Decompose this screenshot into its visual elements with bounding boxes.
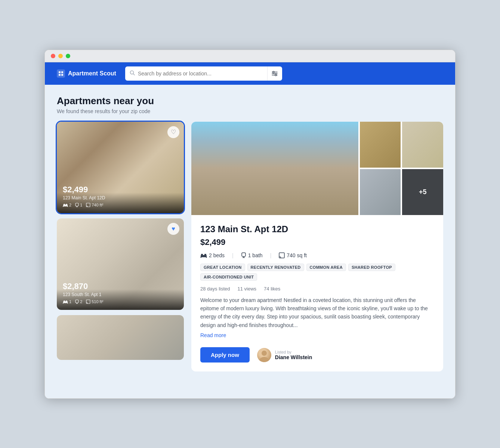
card-baths-2: 2	[75, 299, 82, 304]
card-overlay-1: $2,499 123 Main St. Apt 12D 2 1	[57, 179, 184, 213]
detail-baths: 1 bath	[241, 252, 263, 258]
svg-rect-38	[242, 253, 246, 256]
svg-rect-23	[64, 301, 65, 302]
svg-line-5	[133, 74, 135, 75]
svg-point-10	[275, 74, 277, 76]
svg-rect-1	[61, 71, 63, 73]
svg-rect-27	[75, 300, 78, 303]
action-row: Apply now Listed b	[200, 346, 434, 363]
detail-price: $2,499	[200, 237, 434, 247]
tag-2: COMMON AREA	[306, 264, 346, 271]
agent-name: Diane Willstein	[275, 354, 312, 360]
photo-gallery: +5	[191, 122, 443, 215]
logo-text: Apartment Scout	[68, 70, 116, 77]
like-count: 74 likes	[264, 286, 280, 292]
card-address-1: 123 Main St. Apt 12D	[63, 195, 178, 200]
svg-rect-24	[66, 301, 67, 302]
svg-point-9	[273, 71, 274, 73]
gallery-thumb-2[interactable]	[402, 122, 443, 168]
agent-info: Listed by Diane Willstein	[257, 348, 312, 362]
page-subtitle: We found these results for your zip code	[57, 108, 443, 114]
tag-4: AIR-CONDITIONED UNIT	[200, 273, 257, 281]
detail-info: 123 Main St. Apt 12D $2,499 2 beds |	[191, 215, 443, 372]
svg-rect-0	[59, 71, 61, 73]
days-listed: 28 days listed	[200, 286, 230, 292]
svg-rect-26	[67, 303, 68, 304]
svg-rect-25	[63, 303, 64, 304]
svg-rect-15	[67, 206, 68, 207]
content-layout: $2,499 123 Main St. Apt 12D 2 1	[57, 122, 443, 372]
svg-rect-14	[63, 206, 64, 207]
svg-rect-35	[204, 254, 206, 255]
gallery-thumb-more[interactable]: +5	[402, 169, 443, 215]
page-title: Apartments near you	[57, 95, 443, 107]
tag-0: GREAT LOCATION	[200, 264, 245, 271]
gallery-thumbnails: +5	[360, 122, 443, 215]
detail-sqft: 740 sq ft	[279, 252, 307, 258]
filter-button[interactable]	[267, 66, 282, 81]
detail-address: 123 Main St. Apt 12D	[200, 224, 434, 234]
close-dot[interactable]	[51, 54, 55, 58]
tag-3: SHARED ROOFTOP	[348, 264, 395, 271]
card-sqft-2: 510 ft²	[86, 299, 103, 304]
favorite-button-2[interactable]: ♥	[167, 223, 179, 235]
logo-icon	[57, 69, 65, 78]
svg-rect-12	[64, 204, 65, 205]
svg-rect-16	[75, 203, 78, 206]
agent-label: Listed by	[275, 350, 312, 354]
search-input-wrap[interactable]	[125, 66, 267, 81]
agent-text: Listed by Diane Willstein	[275, 350, 312, 360]
svg-point-44	[262, 351, 267, 356]
card-beds-1: 2	[63, 203, 71, 207]
card-meta-2: 1 2 510 ft²	[63, 299, 178, 304]
gallery-main-photo[interactable]	[191, 122, 358, 215]
search-bar	[125, 66, 282, 81]
minimize-dot[interactable]	[58, 54, 63, 58]
svg-rect-37	[206, 257, 207, 258]
stats-divider-1: |	[232, 252, 234, 258]
card-meta-1: 2 1 740 ft²	[63, 203, 178, 207]
svg-point-45	[259, 357, 269, 362]
header: Apartment Scout	[45, 62, 455, 85]
svg-rect-13	[66, 204, 67, 205]
svg-rect-2	[59, 74, 61, 76]
agent-avatar	[257, 348, 271, 362]
card-address-2: 123 South St. Apt 1	[63, 292, 178, 297]
tags-container: GREAT LOCATION RECENTLY RENOVATED COMMON…	[200, 264, 434, 281]
maximize-dot[interactable]	[66, 54, 70, 58]
detail-stats: 2 beds | 1 bath | 740 sq f	[200, 252, 434, 258]
listing-card-3[interactable]	[57, 315, 184, 360]
apply-button[interactable]: Apply now	[200, 347, 250, 363]
logo: Apartment Scout	[57, 69, 116, 78]
search-input[interactable]	[138, 71, 263, 77]
detail-panel: +5 123 Main St. Apt 12D $2,499	[191, 122, 443, 372]
card-sqft-1: 740 ft²	[86, 203, 103, 207]
main-content: Apartments near you We found these resul…	[45, 85, 455, 382]
favorite-button-1[interactable]: ♡	[167, 126, 179, 138]
read-more-link[interactable]: Read more	[200, 332, 434, 338]
svg-rect-36	[201, 257, 202, 258]
view-count: 11 views	[238, 286, 257, 292]
more-photos-overlay[interactable]: +5	[402, 169, 443, 215]
card-beds-2: 1	[63, 299, 71, 304]
tag-1: RECENTLY RENOVATED	[247, 264, 304, 271]
listings-column: $2,499 123 Main St. Apt 12D 2 1	[57, 122, 184, 372]
property-description: Welcome to your dream apartment! Nestled…	[200, 296, 434, 330]
app-container: Apartment Scout	[45, 62, 455, 398]
gallery-thumb-3[interactable]	[360, 169, 401, 215]
gallery-thumb-1[interactable]	[360, 122, 401, 168]
listing-card-1[interactable]: $2,499 123 Main St. Apt 12D 2 1	[57, 122, 184, 213]
search-icon	[130, 70, 135, 77]
svg-rect-34	[201, 254, 203, 255]
card-overlay-2: $2,870 123 South St. Apt 1 1 2	[57, 276, 184, 310]
listing-card-2[interactable]: $2,870 123 South St. Apt 1 1 2	[57, 218, 184, 310]
browser-chrome	[45, 50, 455, 62]
card-price-2: $2,870	[63, 281, 178, 291]
detail-column: +5 123 Main St. Apt 12D $2,499	[191, 122, 443, 372]
stats-divider-2: |	[270, 252, 272, 258]
listing-meta: 28 days listed 11 views 74 likes	[200, 286, 434, 292]
detail-beds: 2 beds	[200, 252, 225, 258]
card-baths-1: 1	[75, 203, 82, 207]
card-price-1: $2,499	[63, 185, 178, 195]
svg-rect-3	[61, 74, 63, 76]
